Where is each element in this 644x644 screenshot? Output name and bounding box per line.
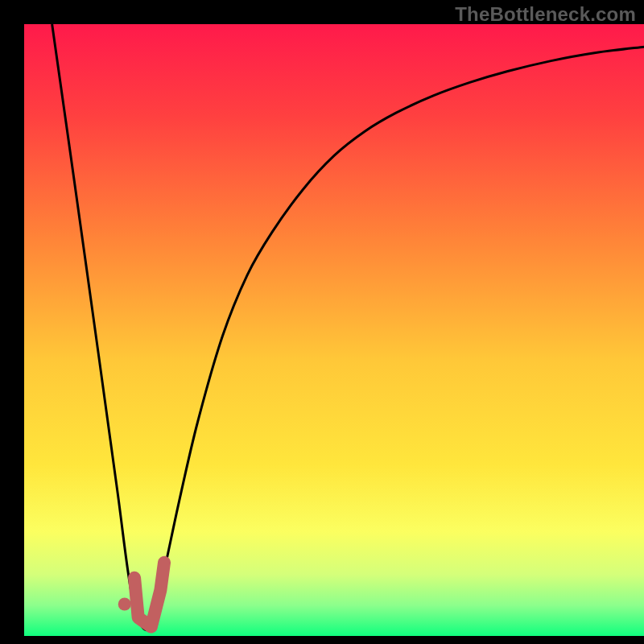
selection-marker-dot (118, 597, 131, 610)
watermark-text: TheBottleneck.com (455, 3, 636, 26)
chart-frame: { "watermark": "TheBottleneck.com", "cha… (0, 0, 644, 644)
gradient-background (24, 24, 644, 636)
bottleneck-chart (0, 0, 644, 644)
